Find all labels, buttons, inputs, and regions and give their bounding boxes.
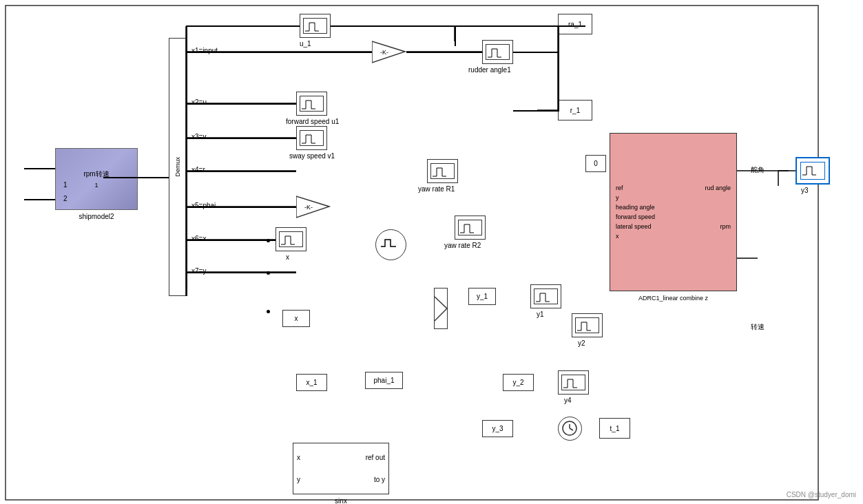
- y3-block[interactable]: y_3: [482, 420, 513, 437]
- y4-scope[interactable]: [558, 370, 589, 395]
- adrc-y-in: y: [616, 194, 619, 201]
- yaw-rate-r1-label: yaw rate R1: [418, 185, 455, 193]
- sway-speed-label: sway speed v1: [289, 152, 335, 160]
- port1-label: 1: [63, 181, 67, 189]
- svg-text:-K-: -K-: [304, 204, 313, 211]
- shipmodel-port1: 1: [94, 182, 98, 189]
- y2-scope[interactable]: [572, 313, 603, 337]
- sinx-block[interactable]: x ref out y to y sinx: [293, 443, 389, 494]
- x-block[interactable]: x: [282, 310, 310, 327]
- demux-label: Demux: [174, 157, 181, 177]
- circle-scope[interactable]: [375, 229, 406, 260]
- u1-scope-label: u_1: [300, 40, 311, 48]
- x1-block[interactable]: x_1: [296, 374, 327, 391]
- svg-marker-26: [372, 41, 405, 63]
- zero-label: 0: [594, 160, 598, 167]
- svg-text:-K-: -K-: [380, 49, 388, 56]
- svg-marker-28: [296, 196, 329, 218]
- port2-label: 2: [63, 195, 67, 202]
- svg-line-31: [435, 308, 447, 321]
- sinx-y-label: y: [297, 476, 300, 483]
- gain1-block[interactable]: -K-: [372, 40, 406, 64]
- rudder-angle1-scope[interactable]: [482, 40, 513, 64]
- y3-block-label: y_3: [492, 425, 503, 432]
- x1-label: x1=input: [191, 47, 218, 54]
- yaw-rate-r1-scope[interactable]: [427, 159, 458, 183]
- x5-label: x5=phai: [191, 202, 216, 209]
- y2-scope-label: y2: [578, 339, 585, 347]
- adrc-fwd-in: forward speed: [616, 213, 655, 220]
- adrc-x-in: x: [616, 233, 619, 240]
- ra1-label: ra_1: [568, 21, 582, 28]
- x2-label: x2=u: [191, 98, 207, 106]
- rpm-cn: 转速: [751, 322, 765, 332]
- sinx-refout-label: ref out: [366, 454, 385, 461]
- svg-line-30: [435, 297, 447, 308]
- x3-label: x3=v: [191, 133, 206, 140]
- mux-block[interactable]: [434, 288, 448, 329]
- sinx-name-label: sinx: [335, 497, 347, 504]
- shipmodel-block[interactable]: rpm转速 1 shipmodel2: [55, 148, 138, 210]
- adrc-rpm-out: rpm: [720, 223, 731, 230]
- x6-label: x6=x: [191, 235, 206, 242]
- r1-block[interactable]: r_1: [558, 100, 592, 120]
- x-block-label: x: [295, 315, 298, 322]
- gain2-block[interactable]: -K-: [296, 195, 331, 219]
- watermark: CSDN @studyer_domi: [787, 491, 856, 498]
- zero-block[interactable]: 0: [585, 155, 606, 172]
- y3-scope[interactable]: [796, 157, 830, 185]
- y1-scope-label: y1: [537, 311, 544, 318]
- y1-block-label: y_1: [477, 293, 488, 300]
- adrc-lat-in: lateral speed: [616, 223, 652, 230]
- y1-scope[interactable]: [530, 284, 561, 308]
- x-scope[interactable]: [275, 227, 306, 251]
- sway-speed-scope[interactable]: [296, 126, 327, 150]
- shipmodel-label2: shipmodel2: [79, 213, 114, 220]
- demux-block[interactable]: Demux: [169, 38, 186, 296]
- adrc-label: ADRC1_linear combine z: [638, 295, 708, 302]
- rudder-angle1-label: rudder angle1: [468, 66, 511, 74]
- x-scope-label: x: [286, 253, 289, 261]
- sinx-toy-label: to y: [374, 476, 385, 483]
- ra1-block[interactable]: ra_1: [558, 14, 592, 34]
- svg-line-34: [570, 428, 573, 430]
- phai1-label: phai_1: [373, 377, 394, 384]
- t1-label: t_1: [610, 425, 620, 432]
- sinx-x-label: x: [297, 454, 300, 461]
- y2-block-label: y_2: [512, 379, 523, 386]
- adrc-rud-out: rud angle: [705, 185, 731, 191]
- adrc-block[interactable]: ref rud angle y heading angle forward sp…: [610, 133, 737, 291]
- adrc-ref-in: ref: [616, 185, 623, 191]
- x1-block-label: x_1: [306, 379, 317, 386]
- y1-block[interactable]: y_1: [468, 288, 496, 305]
- x7-label: x7=y: [191, 267, 206, 275]
- x4-label: x4=r: [191, 166, 205, 174]
- rudder-angle-cn: 舵角: [751, 165, 765, 175]
- t1-block[interactable]: t_1: [599, 418, 630, 439]
- adrc-heading-in: heading angle: [616, 204, 655, 211]
- y2-block[interactable]: y_2: [503, 374, 534, 391]
- y4-scope-label: y4: [564, 397, 572, 404]
- u1-scope[interactable]: [300, 14, 331, 38]
- r1-label: r_1: [570, 107, 580, 114]
- forward-speed-scope[interactable]: [296, 92, 327, 116]
- forward-speed-label: forward speed u1: [286, 118, 339, 125]
- clock-block[interactable]: [558, 417, 582, 441]
- phai1-block[interactable]: phai_1: [365, 372, 403, 389]
- y3-scope-label: y3: [801, 187, 809, 194]
- yaw-rate-r2-label: yaw rate R2: [444, 242, 481, 249]
- yaw-rate-r2-scope[interactable]: [455, 216, 486, 240]
